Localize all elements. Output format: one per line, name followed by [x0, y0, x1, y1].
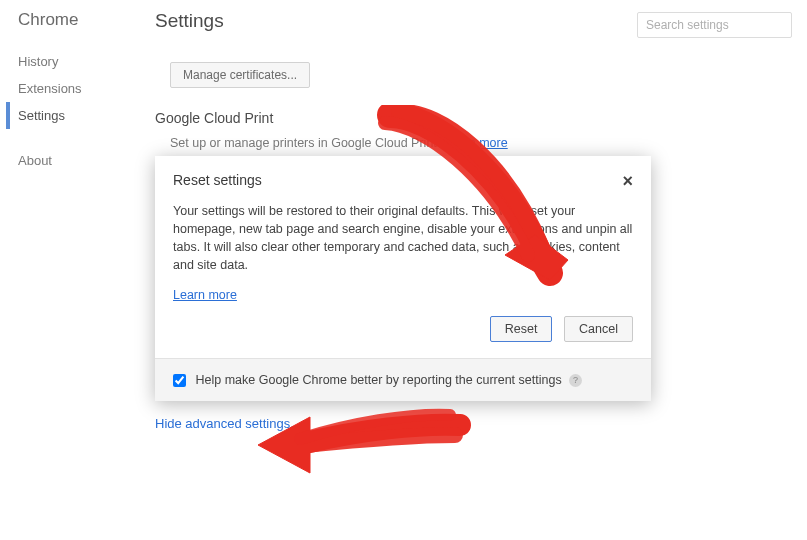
modal-title: Reset settings	[173, 172, 262, 188]
sidebar-item-settings[interactable]: Settings	[6, 102, 128, 129]
sidebar-item-history[interactable]: History	[18, 48, 128, 75]
annotation-arrow-bottom	[250, 395, 480, 490]
close-icon[interactable]: ×	[622, 172, 633, 190]
modal-buttons: Reset Cancel	[155, 316, 651, 358]
help-label: Help make Google Chrome better by report…	[195, 373, 561, 387]
cancel-button[interactable]: Cancel	[564, 316, 633, 342]
section-certificates: Manage certificates...	[155, 62, 792, 88]
manage-certificates-button[interactable]: Manage certificates...	[170, 62, 310, 88]
help-icon[interactable]: ?	[569, 374, 582, 387]
reset-button[interactable]: Reset	[490, 316, 553, 342]
help-checkbox[interactable]	[173, 374, 186, 387]
sidebar-title: Chrome	[18, 10, 128, 30]
search-input[interactable]	[637, 12, 792, 38]
sidebar: Chrome History Extensions Settings About	[18, 10, 128, 174]
annotation-arrow-top	[330, 105, 590, 305]
sidebar-item-about[interactable]: About	[18, 147, 128, 174]
sidebar-item-extensions[interactable]: Extensions	[18, 75, 128, 102]
svg-marker-1	[258, 417, 310, 473]
modal-learn-more-link[interactable]: Learn more	[173, 288, 237, 302]
